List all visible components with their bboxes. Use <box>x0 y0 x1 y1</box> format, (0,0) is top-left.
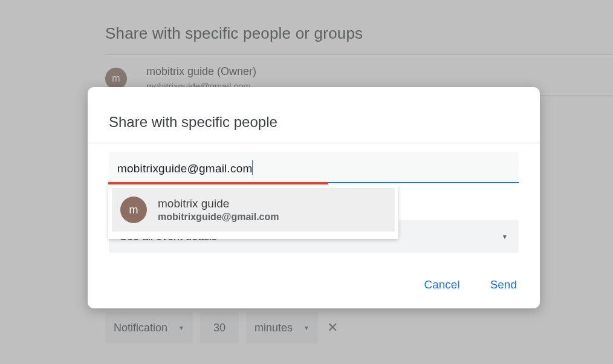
cancel-button[interactable]: Cancel <box>424 278 459 291</box>
suggestion-name: mobitrix guide <box>158 197 279 210</box>
autocomplete-suggestions: m mobitrix guide mobitrixguide@gmail.com <box>108 184 398 239</box>
text-cursor <box>252 160 253 175</box>
chevron-down-icon: ▼ <box>502 233 508 240</box>
dialog-title: Share with specific people <box>109 114 277 131</box>
suggestion-avatar: m <box>120 197 147 223</box>
suggestion-item[interactable]: m mobitrix guide mobitrixguide@gmail.com <box>112 188 395 232</box>
send-button[interactable]: Send <box>490 278 517 291</box>
divider <box>88 143 540 143</box>
email-input[interactable]: mobitrixguide@gmail.com <box>109 152 519 183</box>
email-input-text: mobitrixguide@gmail.com <box>117 160 253 175</box>
suggestion-email: mobitrixguide@gmail.com <box>158 212 279 223</box>
